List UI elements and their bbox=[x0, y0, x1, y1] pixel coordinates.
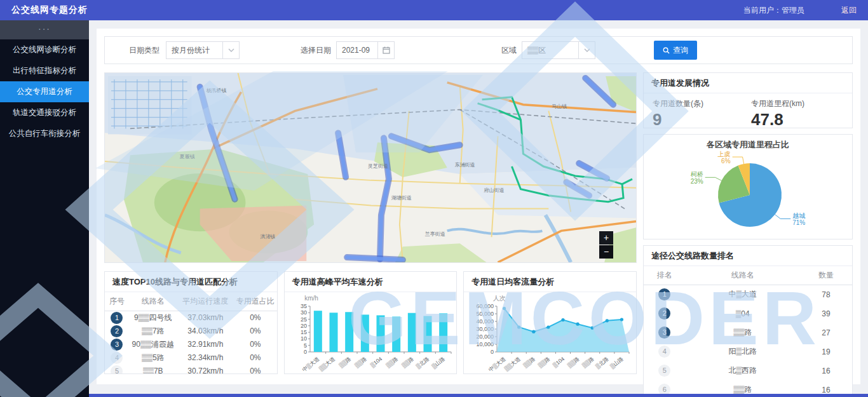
rank-badge: 5 bbox=[111, 365, 123, 375]
map-canvas: 杨汛桥镇夏履镇马山镇灵芝街道东浦街道府山街道湖塘街道兰亭街道漓渚镇 bbox=[105, 73, 636, 262]
daily-passenger-panel-title: 专用道日均客流量分析 bbox=[464, 272, 636, 292]
svg-text:▒▒路: ▒▒路 bbox=[353, 356, 367, 369]
data-point-7 bbox=[606, 319, 609, 322]
map-zoom-out-button[interactable]: − bbox=[599, 245, 613, 259]
column-header: 平均运行速度 bbox=[177, 292, 234, 311]
bar-chart-svg: km/h05101520253035中▒大道▒▒大道▒▒路▒▒路▒104▒▒路▒… bbox=[288, 293, 455, 374]
table-cell: 0% bbox=[234, 325, 277, 338]
metric-value: 47.8 bbox=[751, 110, 843, 128]
table-cell: 32.34km/h bbox=[177, 351, 234, 365]
table-row: 2▒0439 bbox=[644, 304, 852, 323]
column-header: 线路名 bbox=[686, 266, 800, 285]
svg-text:km/h: km/h bbox=[304, 295, 318, 302]
sidebar-item-4[interactable]: 公共自行车衔接分析 bbox=[0, 123, 89, 144]
top10-speed-panel: 速度TOP10线路与专用道匹配分析 序号线路名平均运行速度专用道占比19▒▒四号… bbox=[104, 271, 278, 374]
table-cell: 0% bbox=[234, 311, 277, 325]
column-header: 排名 bbox=[644, 266, 686, 285]
rank-badge: 5 bbox=[658, 365, 670, 377]
bar-6 bbox=[408, 313, 416, 352]
table-row: 2▒▒7路34.03km/h0% bbox=[105, 325, 277, 338]
map-town-label-2: 马山镇 bbox=[552, 104, 567, 109]
table-cell: 0% bbox=[234, 338, 277, 351]
date-type-label: 日期类型 bbox=[129, 45, 159, 56]
sidebar-collapse-dots[interactable]: ··· bbox=[0, 20, 89, 39]
map-town-label-4: 东浦街道 bbox=[455, 162, 475, 168]
daily-passenger-panel: 专用道日均客流量分析 人次010,00020,00030,00040,00050… bbox=[463, 271, 637, 374]
metric-1: 专用道里程(km) 47.8 ▲49.375% 同比去年 bbox=[751, 98, 843, 128]
bar-1 bbox=[329, 313, 337, 352]
app-title: 公交线网专题分析 bbox=[11, 4, 88, 16]
map-zoom-control: + − bbox=[599, 231, 613, 259]
rank-badge: 3 bbox=[658, 326, 670, 339]
table-row: 390▒▒浦霞越32.91km/h0% bbox=[105, 338, 277, 351]
table-cell: 19 bbox=[800, 342, 852, 361]
svg-text:50,000: 50,000 bbox=[477, 311, 494, 317]
svg-text:0: 0 bbox=[491, 349, 494, 355]
table-cell: 39 bbox=[800, 304, 852, 323]
table-row: 3▒▒路27 bbox=[644, 323, 852, 342]
sidebar-item-0[interactable]: 公交线网诊断分析 bbox=[0, 39, 89, 60]
main-area: 日期类型 按月份统计 选择日期 区域 ▒▒区 bbox=[89, 20, 868, 397]
svg-text:20: 20 bbox=[301, 323, 307, 329]
metric-label: 专用道里程(km) bbox=[751, 98, 843, 109]
back-button[interactable]: 返回 bbox=[841, 5, 857, 16]
svg-text:▒▒路: ▒▒路 bbox=[566, 356, 580, 369]
query-button[interactable]: 查询 bbox=[654, 41, 697, 60]
svg-text:5: 5 bbox=[304, 342, 307, 349]
chevron-down-icon bbox=[222, 42, 239, 58]
table-cell: ▒▒路 bbox=[686, 323, 800, 342]
daily-passenger-line-chart: 人次010,00020,00030,00040,00050,00060,000中… bbox=[464, 292, 636, 374]
filter-bar: 日期类型 按月份统计 选择日期 区域 ▒▒区 bbox=[104, 36, 853, 64]
svg-text:10,000: 10,000 bbox=[477, 341, 494, 347]
column-header: 数量 bbox=[800, 266, 852, 285]
svg-text:▒山路: ▒山路 bbox=[430, 356, 445, 370]
data-point-0 bbox=[503, 307, 506, 310]
ranking-table: 排名线路名数量1中▒大道782▒04393▒▒路274阳▒北路195北▒西路16… bbox=[644, 266, 852, 397]
map-town-label-1: 夏履镇 bbox=[180, 154, 195, 159]
bar-8 bbox=[439, 313, 447, 352]
map-zoom-in-button[interactable]: + bbox=[599, 231, 613, 245]
map-town-label-5: 府山街道 bbox=[484, 187, 505, 193]
svg-text:60,000: 60,000 bbox=[477, 303, 494, 309]
date-type-select[interactable]: 按月份统计 bbox=[166, 41, 240, 59]
region-label: 区域 bbox=[501, 45, 517, 56]
bar-5 bbox=[392, 316, 400, 352]
app-header: 公交线网专题分析 当前用户：管理员 返回 bbox=[0, 0, 868, 20]
table-row: 1中▒大道78 bbox=[644, 285, 852, 304]
svg-text:中▒大道: 中▒大道 bbox=[301, 356, 320, 373]
svg-text:35: 35 bbox=[301, 303, 307, 309]
rank-badge: 4 bbox=[111, 352, 123, 364]
table-cell: 37.03km/h bbox=[177, 311, 234, 325]
date-picker[interactable] bbox=[336, 41, 395, 59]
pie-title: 各区域专用道里程占比 bbox=[706, 140, 789, 149]
region-select[interactable]: ▒▒区 bbox=[522, 41, 595, 59]
date-input[interactable] bbox=[337, 42, 377, 58]
map-town-label-6: 湖塘街道 bbox=[391, 195, 412, 201]
svg-text:▒▒路: ▒▒路 bbox=[337, 356, 351, 369]
chevron-down-icon bbox=[578, 42, 595, 58]
sidebar-item-3[interactable]: 轨道交通接驳分析 bbox=[0, 102, 89, 123]
table-cell: 34.03km/h bbox=[177, 325, 234, 338]
bar-7 bbox=[423, 316, 431, 352]
map-town-label-8: 漓渚镇 bbox=[260, 234, 275, 239]
bar-4 bbox=[376, 315, 384, 352]
sidebar-item-1[interactable]: 出行特征指标分析 bbox=[0, 60, 89, 81]
table-cell: ▒▒7B bbox=[129, 365, 177, 375]
table-cell: 9▒▒四号线 bbox=[129, 311, 177, 325]
svg-text:▒▒路: ▒▒路 bbox=[522, 356, 536, 369]
table-cell: 16 bbox=[800, 361, 852, 380]
svg-text:▒104: ▒104 bbox=[369, 356, 383, 368]
sidebar-item-2[interactable]: 公交专用道分析 bbox=[0, 81, 89, 102]
data-point-1 bbox=[517, 325, 520, 328]
svg-text:20,000: 20,000 bbox=[477, 333, 494, 340]
metric-0: 专用道数量(条) 9 ▲25% 同比去年 bbox=[653, 98, 745, 128]
bus-lane-map[interactable]: 杨汛桥镇夏履镇马山镇灵芝街道东浦街道府山街道湖塘街道兰亭街道漓渚镇 + − bbox=[104, 72, 637, 263]
table-cell: ▒▒5路 bbox=[129, 351, 177, 365]
bar-0 bbox=[314, 311, 322, 352]
region-value: ▒▒区 bbox=[522, 42, 578, 58]
column-header: 专用道占比 bbox=[234, 292, 277, 311]
table-cell: 0% bbox=[234, 351, 277, 365]
lane-development-title: 专用道发展情况 bbox=[644, 73, 852, 93]
bus-lane-4 bbox=[347, 257, 403, 260]
table-cell: 0% bbox=[234, 365, 277, 375]
